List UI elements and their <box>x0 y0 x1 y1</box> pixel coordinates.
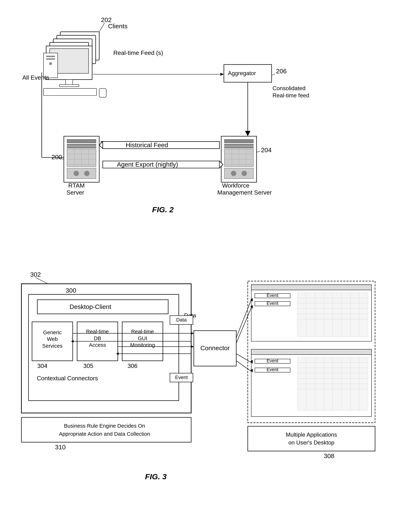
svg-line-38 <box>257 152 260 152</box>
clients-stack <box>43 32 106 97</box>
page: 202 Clients <box>0 0 400 532</box>
rtdb-label3: Access <box>89 342 106 348</box>
svg-line-21 <box>272 74 275 75</box>
rtam-server-label: RTAM <box>68 182 85 189</box>
workforce-label2: Management Server <box>217 189 272 196</box>
consolidated-feed-label2: Real-time feed <box>272 92 309 99</box>
svg-point-37 <box>241 171 247 176</box>
ref204-label: 204 <box>261 146 271 154</box>
rtdb-label2: DB <box>94 335 101 341</box>
svg-marker-23 <box>245 131 250 136</box>
event-bottom-label: Event <box>175 374 188 380</box>
event-label1: Event <box>267 293 278 298</box>
agent-export-label: Agent Export (nightly) <box>117 161 178 168</box>
ref302-label: 302 <box>30 271 41 278</box>
svg-rect-10 <box>99 89 106 97</box>
svg-rect-9 <box>43 89 97 95</box>
svg-marker-71 <box>191 345 194 348</box>
rtam-server <box>64 136 99 182</box>
ref310-label: 310 <box>55 443 66 451</box>
svg-point-14 <box>49 62 52 65</box>
rtgui-label3: Monitoring <box>130 342 155 348</box>
generic-web-label2: Web <box>47 336 58 342</box>
svg-rect-94 <box>251 349 371 355</box>
rtam-server-label2: Server <box>67 189 84 196</box>
ref306-label: 306 <box>128 362 138 369</box>
event-label2: Event <box>267 301 278 306</box>
ref308-label: 308 <box>324 452 334 460</box>
generic-web-label: Generic <box>43 329 62 335</box>
svg-rect-50 <box>67 168 96 179</box>
svg-line-0 <box>99 23 105 32</box>
svg-rect-27 <box>224 146 253 148</box>
desktop-client-label: Desktop-Client <box>69 303 111 310</box>
contextual-connectors-label: Contextual Connectors <box>37 375 98 381</box>
clients-label: Clients <box>108 23 128 30</box>
svg-marker-19 <box>220 73 224 76</box>
svg-rect-25 <box>224 139 253 143</box>
ref200-label: 200 <box>51 153 62 161</box>
svg-rect-40 <box>67 139 96 143</box>
svg-rect-13 <box>46 58 55 60</box>
realtime-feed-label: Real-time Feed (s) <box>113 50 163 56</box>
svg-rect-122 <box>248 426 375 451</box>
ref305-label: 305 <box>83 362 93 369</box>
svg-rect-7 <box>66 80 73 85</box>
ref304-label: 304 <box>37 362 47 369</box>
workforce-server <box>221 136 257 182</box>
fig3-title: FIG. 3 <box>145 472 166 481</box>
rtgui-label2: GUI <box>138 335 147 341</box>
svg-rect-42 <box>67 146 96 148</box>
event-label4: Event <box>267 367 278 372</box>
svg-rect-12 <box>46 56 55 57</box>
aggregator-label: Aggregator <box>228 70 256 76</box>
svg-point-51 <box>74 171 79 176</box>
fig3-diagram: 302 300 Desktop-Client Generic Web Servi… <box>14 264 386 515</box>
historical-feed-label: Historical Feed <box>126 141 168 149</box>
svg-rect-8 <box>60 84 79 87</box>
svg-marker-67 <box>191 332 194 335</box>
svg-rect-26 <box>224 144 253 146</box>
workforce-label: Workforce <box>222 182 249 189</box>
svg-point-36 <box>231 171 236 176</box>
business-rule-label2: Appropriate Action and Data Collection <box>59 431 150 437</box>
svg-point-52 <box>84 171 90 176</box>
generic-web-label3: Services <box>42 343 62 349</box>
consolidated-feed-label: Consolidated <box>272 85 305 91</box>
ref206-label: 206 <box>276 68 287 75</box>
event-label3: Event <box>267 358 278 363</box>
event-data-label: Data <box>176 317 187 323</box>
fig2-diagram: 202 Clients <box>14 11 386 253</box>
multiple-apps-label2: on User's Desktop <box>288 439 334 446</box>
all-events-label: All Events <box>22 74 49 81</box>
multiple-apps-label: Multiple Applications <box>286 431 337 438</box>
connector-label: Connector <box>200 344 230 352</box>
business-rule-label: Business Rule Engine Decides On <box>64 423 145 429</box>
svg-rect-77 <box>251 285 371 290</box>
ref300-label: 300 <box>66 287 76 294</box>
svg-rect-41 <box>67 144 96 146</box>
fig2-title: FIG. 2 <box>152 205 174 214</box>
svg-rect-121 <box>21 418 191 442</box>
svg-rect-35 <box>224 168 253 179</box>
